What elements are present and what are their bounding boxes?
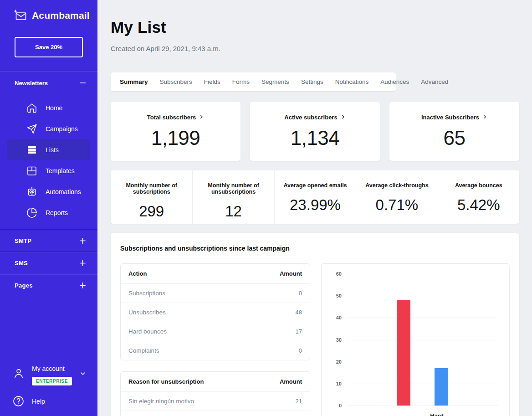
- sidebar-menu: HomeCampaignsListsTemplatesAutomationsRe…: [0, 98, 97, 223]
- row-label: Complaints: [128, 347, 159, 354]
- help-label: Help: [32, 398, 45, 405]
- plus-icon[interactable]: [79, 237, 87, 245]
- section-label: SMTP: [15, 237, 31, 244]
- brand[interactable]: Acumbamail: [0, 0, 97, 22]
- bar-chart: AltasUnsubscribedHard BouncesComplaints …: [321, 263, 510, 416]
- row-amount: 21: [296, 398, 302, 405]
- table-row: Complaints0: [121, 341, 310, 360]
- sidebar-item-reports[interactable]: Reports: [7, 202, 90, 223]
- newsletters-section-header[interactable]: Newsletters: [0, 71, 97, 87]
- save-20-button[interactable]: Save 20%: [15, 37, 83, 57]
- tab-fields[interactable]: Fields: [198, 78, 226, 85]
- chart-gridline: [347, 384, 498, 384]
- main-content: My List Created on April 29, 2021, 9:43 …: [97, 0, 532, 416]
- sidebar-section-smtp[interactable]: SMTP: [0, 229, 97, 252]
- legend-item-hard-bounces[interactable]: Hard Bounces: [420, 412, 458, 416]
- tab-notifications[interactable]: Notifications: [329, 78, 375, 85]
- sidebar-item-label: Reports: [46, 209, 68, 216]
- plus-icon[interactable]: [79, 282, 87, 289]
- help-row[interactable]: Help: [13, 395, 87, 407]
- chart-gridline: [347, 274, 498, 274]
- sidebar-item-label: Campaigns: [46, 125, 78, 133]
- section-label: Pages: [15, 282, 33, 289]
- page-title: My List: [111, 18, 519, 36]
- y-axis-tick: 60: [322, 271, 342, 277]
- table-row: I have not subscribed to this list14: [121, 411, 310, 416]
- sidebar-item-label: Home: [46, 104, 62, 112]
- y-axis-tick: 20: [322, 359, 342, 365]
- card-value: 1,199: [151, 127, 200, 149]
- stat-label: Average bounces: [451, 182, 506, 189]
- created-date: Created on April 29, 2021, 9:43 a.m.: [111, 45, 519, 52]
- row-label: Sin elegir ningún motivo: [128, 398, 194, 405]
- stat-average-opened-emails: Average opened emails23.99%: [274, 170, 356, 224]
- data-table-1: Reason for unsubscriptionAmountSin elegi…: [120, 371, 310, 416]
- lists-icon: [26, 144, 37, 155]
- my-account-label: My account: [32, 365, 65, 372]
- summary-card-total-subscribers[interactable]: Total subscribers1,199: [111, 102, 240, 161]
- sidebar-item-label: Templates: [46, 167, 75, 175]
- summary-card-inactive-subscribers[interactable]: Inactive Subscribers65: [389, 102, 519, 161]
- bar-unsubscribed: [397, 300, 410, 406]
- card-label: Active subscribers: [284, 114, 337, 121]
- stat-value: 299: [139, 203, 164, 220]
- table-header-action: Action: [128, 270, 147, 277]
- home-icon: [26, 103, 37, 113]
- sidebar-section-sms[interactable]: SMS: [0, 252, 97, 274]
- newsletters-section-label: Newsletters: [15, 80, 48, 87]
- my-account-row[interactable]: My account ENTERPRISE: [13, 365, 87, 385]
- sidebar-item-lists[interactable]: Lists: [7, 139, 90, 160]
- stats-strip: Monthly number of subscriptions299Monthl…: [111, 170, 519, 224]
- chart-legend: AltasUnsubscribedHard BouncesComplaints: [322, 412, 509, 416]
- sidebar-section-pages[interactable]: Pages: [0, 274, 97, 296]
- tables-column: ActionAmountSubscriptions0Unsubscribes48…: [120, 263, 310, 416]
- row-label: Hard bounces: [128, 328, 167, 335]
- table-row: Hard bounces17: [121, 322, 310, 341]
- card-value: 65: [444, 127, 466, 149]
- card-label: Inactive Subscribers: [421, 114, 479, 121]
- chart-gridline: [347, 318, 498, 318]
- tab-segments[interactable]: Segments: [256, 78, 295, 85]
- stat-label: Monthly number of subscriptions: [111, 182, 192, 195]
- table-header-amount: Amount: [280, 378, 302, 385]
- y-axis-tick: 10: [322, 381, 342, 386]
- brand-name: Acumbamail: [32, 10, 90, 21]
- sidebar-item-automations[interactable]: Automations: [7, 181, 90, 202]
- chart-gridline: [347, 406, 498, 406]
- stat-label: Monthly number of unsubscriptions: [193, 182, 274, 195]
- sidebar-bottom: My account ENTERPRISE Help: [0, 365, 97, 416]
- stat-value: 5.42%: [457, 196, 500, 214]
- templates-icon: [26, 165, 37, 176]
- card-label: Total subscribers: [147, 114, 196, 121]
- plus-icon[interactable]: [79, 259, 87, 267]
- summary-card-active-subscribers[interactable]: Active subscribers1,134: [250, 102, 380, 161]
- stat-average-bounces: Average bounces5.42%: [438, 170, 519, 224]
- tab-subscribers[interactable]: Subscribers: [154, 78, 198, 85]
- enterprise-badge: ENTERPRISE: [32, 377, 72, 385]
- section-label: SMS: [15, 260, 28, 267]
- tab-advanced[interactable]: Advanced: [415, 78, 454, 85]
- table-header: ActionAmount: [121, 264, 310, 283]
- chevron-down-icon[interactable]: [79, 370, 87, 379]
- chart-gridline: [347, 340, 498, 340]
- chart-gridline: [347, 296, 498, 296]
- tab-forms[interactable]: Forms: [226, 78, 256, 85]
- tab-summary[interactable]: Summary: [114, 78, 154, 85]
- table-row: Unsubscribes48: [121, 303, 310, 322]
- collapse-minus-icon[interactable]: [79, 79, 87, 87]
- sidebar-item-campaigns[interactable]: Campaigns: [7, 118, 90, 139]
- row-amount: 17: [296, 328, 302, 335]
- legend-label: Hard Bounces: [430, 412, 458, 416]
- help-icon: [13, 395, 24, 407]
- sidebar-item-home[interactable]: Home: [7, 98, 90, 118]
- chart-plot-area: [347, 274, 498, 406]
- y-axis-tick: 30: [322, 337, 342, 343]
- table-row: Subscriptions0: [121, 283, 310, 303]
- subscriptions-section: Subscriptions and unsubscriptions since …: [111, 233, 519, 416]
- data-table-0: ActionAmountSubscriptions0Unsubscribes48…: [120, 263, 310, 360]
- tab-audiences[interactable]: Audiences: [374, 78, 415, 85]
- sidebar-expanders: SMTPSMSPages: [0, 229, 97, 296]
- sidebar-item-templates[interactable]: Templates: [7, 160, 90, 181]
- automations-icon: [26, 186, 37, 197]
- tab-settings[interactable]: Settings: [295, 78, 329, 85]
